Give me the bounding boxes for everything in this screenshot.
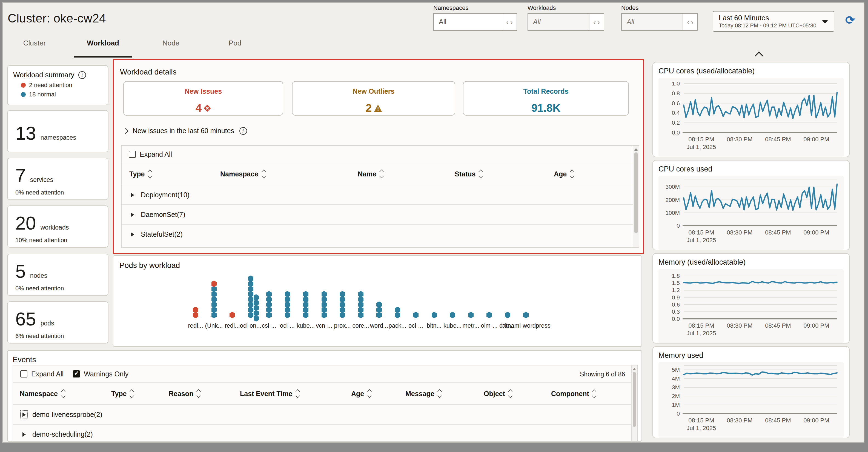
stat-card-nodes[interactable]: 5 nodes 0% need attention — [7, 254, 108, 296]
expand-row-icon[interactable] — [23, 432, 26, 436]
pod-hex-icon[interactable] — [303, 291, 308, 298]
table-row[interactable]: demo-scheduling(2) — [13, 425, 637, 442]
pod-hex-icon[interactable] — [450, 312, 455, 318]
time-range-select[interactable]: Last 60 Minutes Today 08:12 PM - 09:12 P… — [713, 11, 834, 32]
kpi-new-outliers[interactable]: New Outliers 2 — [292, 81, 455, 116]
sort-icon[interactable] — [508, 390, 512, 398]
table-row[interactable]: StatefulSet(2) — [122, 224, 639, 244]
pod-hex-icon[interactable] — [253, 294, 259, 301]
pod-hex-icon[interactable] — [358, 291, 364, 298]
services-unit: services — [30, 176, 53, 183]
sort-icon[interactable] — [261, 170, 266, 178]
stat-card-workloads[interactable]: 20 workloads 10% need attention — [7, 206, 108, 248]
tab-node[interactable]: Node — [153, 39, 189, 53]
pod-hex-icon[interactable] — [395, 306, 400, 313]
column-header-type[interactable]: Type — [129, 170, 152, 178]
sort-icon[interactable] — [380, 170, 383, 178]
column-header-name[interactable]: Name — [358, 170, 383, 178]
workload-details-title: Workload details — [120, 67, 177, 76]
stat-card-pods[interactable]: 65 pods 6% need attention — [7, 301, 108, 343]
info-icon[interactable]: i — [239, 127, 247, 135]
column-header-last-event-time[interactable]: Last Event Time — [240, 390, 299, 398]
expand-row-icon[interactable] — [131, 212, 134, 217]
expand-row-icon[interactable] — [23, 412, 26, 417]
prev-arrow-icon[interactable]: ‹ — [506, 18, 509, 26]
pod-hex-icon[interactable] — [376, 301, 382, 308]
sort-icon[interactable] — [479, 170, 483, 178]
column-header-type[interactable]: Type — [111, 390, 134, 398]
workload-summary-card[interactable]: Workload summary i 2 need attention18 no… — [7, 65, 108, 105]
table-row[interactable]: demo-livenessprobe(2) — [13, 405, 637, 425]
scroll-up-icon[interactable] — [633, 368, 636, 370]
sort-icon[interactable] — [148, 170, 152, 178]
pod-hex-icon[interactable] — [248, 275, 253, 282]
column-header-age[interactable]: Age — [351, 390, 371, 398]
svg-text:0.4: 0.4 — [672, 110, 680, 116]
collapse-panel-button[interactable] — [748, 51, 770, 61]
pod-hex-icon[interactable] — [487, 312, 492, 318]
column-header-object[interactable]: Object — [484, 390, 512, 398]
new-issues-expander[interactable]: New issues in the last 60 minutes i — [123, 127, 247, 135]
column-header-age[interactable]: Age — [554, 170, 574, 178]
sort-icon[interactable] — [61, 390, 65, 398]
svg-text:1M: 1M — [672, 401, 680, 408]
pod-hex-icon[interactable] — [431, 312, 437, 318]
info-icon[interactable]: i — [78, 71, 86, 79]
scroll-up-icon[interactable] — [634, 148, 638, 151]
sort-icon[interactable] — [296, 390, 299, 398]
pod-hex-icon[interactable] — [468, 312, 473, 318]
namespaces-select[interactable]: All ‹› — [433, 13, 517, 31]
expand-all-checkbox[interactable] — [129, 151, 136, 158]
column-header-reason[interactable]: Reason — [169, 390, 200, 398]
prev-arrow-icon[interactable]: ‹ — [593, 18, 596, 26]
next-arrow-icon[interactable]: › — [691, 18, 693, 26]
warnings-only-checkbox[interactable] — [73, 370, 80, 378]
workloads-arrows[interactable]: ‹› — [589, 14, 604, 30]
tab-pod[interactable]: Pod — [220, 39, 250, 53]
stat-card-namespaces[interactable]: 13 namespaces — [7, 110, 108, 152]
expand-row-icon[interactable] — [131, 192, 134, 197]
pod-hex-icon[interactable] — [229, 312, 235, 318]
pod-hex-icon[interactable] — [193, 306, 198, 313]
scrollbar-thumb[interactable] — [632, 372, 636, 427]
events-scrollbar[interactable] — [631, 365, 637, 442]
namespaces-arrows[interactable]: ‹› — [502, 14, 517, 30]
nodes-select[interactable]: All ‹› — [621, 13, 698, 31]
sort-icon[interactable] — [367, 390, 371, 398]
nodes-arrows[interactable]: ‹› — [683, 14, 698, 30]
prev-arrow-icon[interactable]: ‹ — [687, 18, 689, 26]
sort-icon[interactable] — [130, 390, 134, 398]
pod-hex-icon[interactable] — [321, 291, 327, 298]
stat-card-services[interactable]: 7 services 0% need attention — [7, 158, 108, 200]
next-arrow-icon[interactable]: › — [597, 18, 600, 26]
sort-icon[interactable] — [570, 170, 574, 178]
tab-cluster[interactable]: Cluster — [15, 39, 54, 53]
sort-icon[interactable] — [438, 390, 441, 398]
kpi-total-records[interactable]: Total Records 91.8K — [463, 81, 629, 116]
table-row[interactable]: Deployment(10) — [122, 185, 639, 205]
pod-hex-icon[interactable] — [211, 280, 217, 287]
next-arrow-icon[interactable]: › — [510, 18, 513, 26]
pod-hex-icon[interactable] — [413, 312, 418, 318]
refresh-button[interactable]: ⟳ — [845, 14, 855, 26]
workload-table-scrollbar[interactable] — [633, 146, 639, 247]
pod-hex-icon[interactable] — [266, 291, 272, 298]
workloads-select[interactable]: All ‹› — [528, 13, 604, 31]
kpi-new-issues[interactable]: New Issues 4 — [123, 81, 283, 116]
table-row[interactable]: DaemonSet(7) — [122, 205, 639, 224]
pod-hex-icon[interactable] — [340, 291, 345, 298]
scrollbar-thumb[interactable] — [634, 152, 638, 233]
column-header-message[interactable]: Message — [405, 390, 441, 398]
events-expand-all-checkbox[interactable] — [20, 370, 27, 378]
pod-hex-icon[interactable] — [523, 312, 529, 318]
column-header-component[interactable]: Component — [551, 390, 596, 398]
column-header-namespace[interactable]: Namespace — [20, 390, 65, 398]
column-header-status[interactable]: Status — [455, 170, 483, 178]
pod-hex-icon[interactable] — [285, 291, 290, 298]
column-header-namespace[interactable]: Namespace — [220, 170, 266, 178]
sort-icon[interactable] — [197, 390, 200, 398]
expand-row-icon[interactable] — [131, 232, 134, 236]
tab-workload[interactable]: Workload — [74, 39, 132, 53]
sort-icon[interactable] — [592, 390, 596, 398]
pod-hex-icon[interactable] — [505, 312, 510, 318]
